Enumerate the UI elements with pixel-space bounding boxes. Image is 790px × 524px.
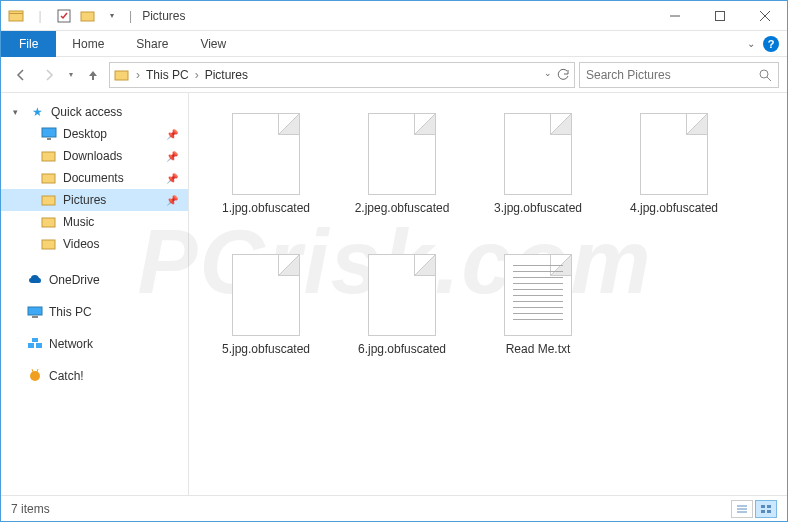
sidebar-item-label: Downloads (63, 149, 122, 163)
svg-rect-28 (767, 505, 771, 508)
navigation-bar: ▾ › This PC › Pictures ⌄ (1, 57, 787, 93)
refresh-icon[interactable] (556, 68, 570, 82)
sidebar-item-downloads[interactable]: Downloads📌 (1, 145, 188, 167)
sidebar-item-network[interactable]: Network (1, 333, 188, 355)
sidebar-item-thispc[interactable]: This PC (1, 301, 188, 323)
window-controls (652, 1, 787, 30)
ribbon: File Home Share View ⌄ ? (1, 31, 787, 57)
sidebar-item-pictures[interactable]: Pictures📌 (1, 189, 188, 211)
file-item[interactable]: 4.jpg.obfuscated (609, 105, 739, 240)
folder-icon (41, 170, 57, 186)
svg-rect-14 (42, 174, 55, 183)
svg-rect-13 (42, 152, 55, 161)
forward-button[interactable] (37, 63, 61, 87)
svg-rect-18 (28, 307, 42, 315)
tab-share[interactable]: Share (120, 31, 184, 57)
sidebar-item-label: This PC (49, 305, 92, 319)
address-bar[interactable]: › This PC › Pictures ⌄ (109, 62, 575, 88)
file-icon (504, 254, 572, 336)
back-button[interactable] (9, 63, 33, 87)
new-folder-icon[interactable] (77, 5, 99, 27)
svg-rect-17 (42, 240, 55, 249)
breadcrumb[interactable]: Pictures (205, 68, 248, 82)
file-item[interactable]: Read Me.txt (473, 246, 603, 381)
file-icon (640, 113, 708, 195)
breadcrumb[interactable]: This PC (146, 68, 189, 82)
sidebar-item-label: Desktop (63, 127, 107, 141)
svg-rect-12 (47, 138, 51, 140)
svg-rect-30 (767, 510, 771, 513)
close-button[interactable] (742, 1, 787, 30)
sidebar-item-label: Pictures (63, 193, 106, 207)
properties-icon[interactable] (53, 5, 75, 27)
pc-icon (27, 304, 43, 320)
chevron-down-icon: ▾ (13, 107, 23, 117)
sidebar-item-label: Network (49, 337, 93, 351)
sidebar-item-label: OneDrive (49, 273, 100, 287)
file-name: 3.jpg.obfuscated (494, 201, 582, 217)
file-name: 4.jpg.obfuscated (630, 201, 718, 217)
sidebar-item-label: Videos (63, 237, 99, 251)
file-item[interactable]: 3.jpg.obfuscated (473, 105, 603, 240)
cloud-icon (27, 272, 43, 288)
details-view-button[interactable] (731, 500, 753, 518)
address-dropdown-icon[interactable]: ⌄ (544, 68, 552, 82)
tab-home[interactable]: Home (56, 31, 120, 57)
svg-point-23 (30, 371, 40, 381)
folder-icon (114, 67, 130, 83)
tab-view[interactable]: View (184, 31, 242, 57)
sidebar-item-documents[interactable]: Documents📌 (1, 167, 188, 189)
sidebar-item-label: Catch! (49, 369, 84, 383)
svg-rect-19 (32, 316, 38, 318)
icons-view-button[interactable] (755, 500, 777, 518)
folder-icon (41, 236, 57, 252)
svg-rect-21 (36, 343, 42, 348)
maximize-button[interactable] (697, 1, 742, 30)
sidebar-quick-access[interactable]: ▾ ★ Quick access (1, 101, 188, 123)
file-icon (232, 254, 300, 336)
file-item[interactable]: 1.jpg.obfuscated (201, 105, 331, 240)
svg-point-9 (760, 70, 768, 78)
sidebar-item-videos[interactable]: Videos (1, 233, 188, 255)
folder-icon (41, 214, 57, 230)
chevron-right-icon[interactable]: › (136, 68, 140, 82)
up-button[interactable] (81, 63, 105, 87)
chevron-right-icon[interactable]: › (195, 68, 199, 82)
pin-icon: 📌 (166, 173, 178, 184)
search-input[interactable] (586, 68, 758, 82)
minimize-button[interactable] (652, 1, 697, 30)
sidebar-item-onedrive[interactable]: OneDrive (1, 269, 188, 291)
sidebar-item-label: Documents (63, 171, 124, 185)
svg-line-10 (767, 77, 771, 81)
search-icon[interactable] (758, 68, 772, 82)
sidebar-item-desktop[interactable]: Desktop📌 (1, 123, 188, 145)
file-item[interactable]: 2.jpeg.obfuscated (337, 105, 467, 240)
file-tab[interactable]: File (1, 31, 56, 57)
recent-dropdown[interactable]: ▾ (65, 63, 77, 87)
ribbon-expand-icon[interactable]: ⌄ (747, 38, 755, 49)
svg-rect-22 (32, 338, 38, 342)
catch-icon (27, 368, 43, 384)
svg-rect-29 (761, 510, 765, 513)
file-name: 1.jpg.obfuscated (222, 201, 310, 217)
svg-rect-27 (761, 505, 765, 508)
sidebar-item-music[interactable]: Music (1, 211, 188, 233)
file-item[interactable]: 6.jpg.obfuscated (337, 246, 467, 381)
file-item[interactable]: 5.jpg.obfuscated (201, 246, 331, 381)
file-list[interactable]: 1.jpg.obfuscated2.jpeg.obfuscated3.jpg.o… (189, 93, 787, 495)
qat-dropdown[interactable]: ▾ (101, 5, 123, 27)
file-icon (232, 113, 300, 195)
svg-rect-16 (42, 218, 55, 227)
folder-icon (41, 192, 57, 208)
svg-rect-5 (715, 11, 724, 20)
svg-rect-8 (115, 71, 128, 80)
search-box[interactable] (579, 62, 779, 88)
svg-rect-15 (42, 196, 55, 205)
folder-icon (41, 126, 57, 142)
title-separator: | (129, 9, 132, 23)
help-icon[interactable]: ? (763, 36, 779, 52)
svg-rect-20 (28, 343, 34, 348)
sidebar-item-catch[interactable]: Catch! (1, 365, 188, 387)
file-name: Read Me.txt (506, 342, 571, 358)
item-count: 7 items (11, 502, 50, 516)
